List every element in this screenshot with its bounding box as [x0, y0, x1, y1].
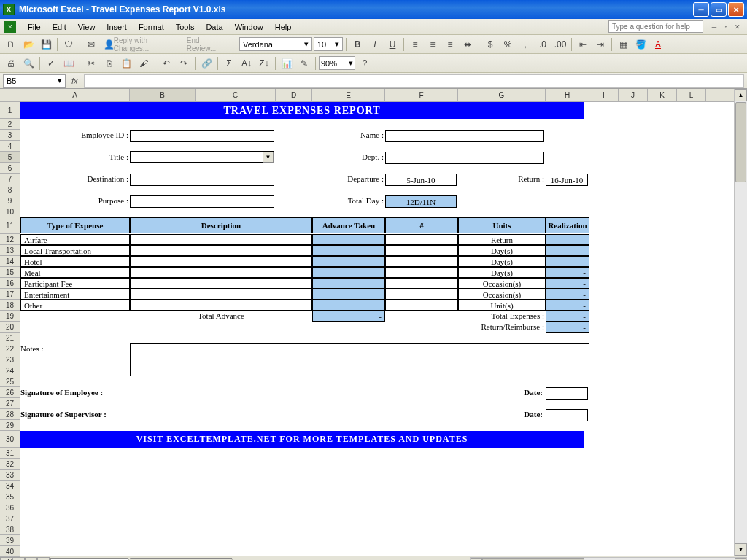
font-color-button[interactable]: A: [650, 36, 666, 52]
description-cell[interactable]: [130, 267, 312, 278]
advance-cell[interactable]: [312, 245, 385, 256]
realization-cell[interactable]: -: [546, 256, 589, 267]
zoom-selector[interactable]: 90%▾: [319, 56, 355, 70]
menu-edit[interactable]: Edit: [47, 21, 72, 33]
end-review-button[interactable]: End Review...: [193, 36, 209, 52]
print-preview-button[interactable]: 🔍: [20, 55, 36, 71]
menu-file[interactable]: File: [22, 21, 47, 33]
input-field[interactable]: [546, 387, 588, 400]
realization-cell[interactable]: -: [546, 278, 589, 289]
merge-center-button[interactable]: ⬌: [460, 36, 476, 52]
input-field[interactable]: [130, 195, 274, 208]
expense-type-cell[interactable]: Other: [20, 300, 130, 311]
description-cell[interactable]: [130, 278, 312, 289]
row-header-10[interactable]: 10: [0, 206, 20, 217]
column-header-H[interactable]: H: [546, 89, 589, 101]
menu-help[interactable]: Help: [269, 21, 298, 33]
increase-indent-button[interactable]: ⇥: [592, 36, 608, 52]
title-dropdown[interactable]: [130, 151, 274, 163]
open-button[interactable]: 📂: [20, 36, 36, 52]
hscroll-thumb[interactable]: [482, 558, 584, 561]
advance-cell[interactable]: [312, 300, 385, 311]
autosum-button[interactable]: Σ: [221, 55, 237, 71]
row-header-35[interactable]: 35: [0, 491, 20, 502]
row-header-5[interactable]: 5: [0, 152, 20, 163]
qty-cell[interactable]: [385, 289, 458, 300]
row-header-13[interactable]: 13: [0, 245, 20, 256]
paste-button[interactable]: 📋: [118, 55, 134, 71]
row-header-8[interactable]: 8: [0, 184, 20, 195]
print-button[interactable]: 🖨: [3, 55, 19, 71]
sort-desc-button[interactable]: Z↓: [256, 55, 272, 71]
spelling-button[interactable]: ✓: [43, 55, 59, 71]
expense-type-cell[interactable]: Meal: [20, 267, 130, 278]
font-size-selector[interactable]: 10▾: [314, 37, 343, 51]
row-header-22[interactable]: 22: [0, 343, 20, 354]
description-cell[interactable]: [130, 256, 312, 267]
expense-type-cell[interactable]: Airfare: [20, 234, 130, 245]
qty-cell[interactable]: [385, 245, 458, 256]
column-header-F[interactable]: F: [385, 89, 458, 101]
align-center-button[interactable]: ≡: [425, 36, 441, 52]
dropdown-arrow-icon[interactable]: ▼: [263, 152, 274, 163]
hyperlink-button[interactable]: 🔗: [198, 55, 214, 71]
scroll-right-button[interactable]: ▶: [735, 558, 746, 561]
sheet-tab-daily-summary[interactable]: Daily Expenses Summary: [130, 558, 235, 561]
row-header-39[interactable]: 39: [0, 535, 20, 546]
horizontal-scrollbar[interactable]: ◀ ▶: [470, 557, 747, 561]
advance-cell[interactable]: [312, 278, 385, 289]
row-header-7[interactable]: 7: [0, 174, 20, 184]
row-header-33[interactable]: 33: [0, 470, 20, 481]
doc-restore-button[interactable]: ▫: [721, 22, 731, 32]
menu-format[interactable]: Format: [133, 21, 170, 33]
qty-cell[interactable]: [385, 234, 458, 245]
fill-color-button[interactable]: 🪣: [632, 36, 649, 52]
italic-button[interactable]: I: [367, 36, 383, 52]
format-painter-button[interactable]: 🖌: [136, 55, 152, 71]
permission-button[interactable]: 🛡: [61, 36, 77, 52]
input-field[interactable]: 12D/11N: [385, 195, 457, 208]
row-header-29[interactable]: 29: [0, 420, 20, 431]
units-cell[interactable]: Return: [458, 234, 546, 245]
doc-minimize-button[interactable]: ─: [709, 22, 719, 32]
row-header-26[interactable]: 26: [0, 387, 20, 398]
borders-button[interactable]: ▦: [615, 36, 631, 52]
description-cell[interactable]: [130, 234, 312, 245]
row-header-14[interactable]: 14: [0, 256, 20, 267]
row-header-41[interactable]: 41: [0, 557, 20, 560]
sort-asc-button[interactable]: A↓: [239, 55, 255, 71]
row-header-4[interactable]: 4: [0, 141, 20, 152]
vertical-scrollbar[interactable]: ▲ ▼: [734, 89, 747, 556]
close-button[interactable]: ✕: [728, 2, 744, 17]
row-header-6[interactable]: 6: [0, 163, 20, 174]
align-right-button[interactable]: ≡: [442, 36, 458, 52]
name-box[interactable]: B5▾: [3, 74, 66, 88]
increase-decimal-button[interactable]: .0: [535, 36, 551, 52]
cut-button[interactable]: ✂: [83, 55, 99, 71]
minimize-button[interactable]: ─: [693, 2, 709, 17]
advance-cell[interactable]: [312, 234, 385, 245]
row-header-34[interactable]: 34: [0, 481, 20, 491]
scroll-up-button[interactable]: ▲: [735, 89, 747, 101]
units-cell[interactable]: Occasion(s): [458, 289, 546, 300]
qty-cell[interactable]: [385, 278, 458, 289]
units-cell[interactable]: Day(s): [458, 267, 546, 278]
column-header-A[interactable]: A: [20, 89, 130, 101]
column-header-I[interactable]: I: [589, 89, 619, 101]
select-all-button[interactable]: [0, 89, 20, 102]
decrease-indent-button[interactable]: ⇤: [575, 36, 591, 52]
realization-cell[interactable]: -: [546, 234, 589, 245]
row-header-31[interactable]: 31: [0, 448, 20, 459]
fx-icon[interactable]: fx: [71, 77, 78, 85]
input-field[interactable]: 5-Jun-10: [385, 174, 457, 186]
copy-button[interactable]: ⎘: [101, 55, 117, 71]
comma-button[interactable]: ,: [517, 36, 533, 52]
row-header-36[interactable]: 36: [0, 502, 20, 513]
realization-cell[interactable]: -: [546, 289, 589, 300]
column-header-E[interactable]: E: [312, 89, 385, 101]
row-header-2[interactable]: 2: [0, 119, 20, 130]
expense-type-cell[interactable]: Participant Fee: [20, 278, 130, 289]
input-field[interactable]: [130, 174, 274, 186]
row-header-9[interactable]: 9: [0, 195, 20, 206]
units-cell[interactable]: Unit(s): [458, 300, 546, 311]
